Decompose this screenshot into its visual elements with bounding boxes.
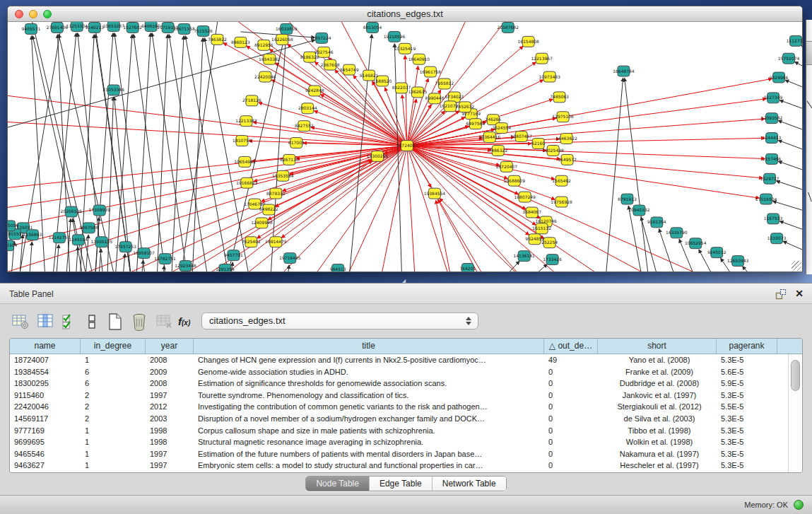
graph-node[interactable]: 817003 [288, 138, 305, 148]
tab-edge-table[interactable]: Edge Table [369, 477, 432, 491]
graph-node[interactable]: 15751074 [778, 53, 800, 64]
graph-node[interactable]: 20387682 [498, 22, 519, 33]
graph-node[interactable]: 9457791 [224, 250, 243, 261]
graph-node[interactable]: 994513 [330, 264, 346, 271]
graph-node[interactable]: 15720407 [496, 161, 518, 172]
graph-node[interactable]: 1649577 [558, 154, 577, 165]
table-scrollbar[interactable] [788, 354, 802, 472]
table-row[interactable]: 1830029562008Estimation of significance … [10, 378, 802, 390]
graph-node[interactable]: 9161354 [647, 217, 666, 228]
graph-node[interactable]: 7857224 [312, 33, 331, 43]
window-resize-grip[interactable] [792, 261, 801, 271]
graph-node[interactable]: 2803144 [298, 103, 317, 114]
graph-node[interactable]: 19716485 [279, 253, 301, 264]
graph-node[interactable]: 1112734 [787, 35, 802, 46]
graph-node[interactable]: 1733426 [543, 255, 562, 265]
column-header-in_degree[interactable]: in_degree [81, 339, 146, 354]
graph-node[interactable]: 8813054 [363, 22, 382, 33]
graph-node[interactable]: 16648784 [613, 66, 635, 76]
graph-node[interactable]: 6497568 [466, 119, 485, 129]
graph-node[interactable]: 10325419 [394, 43, 416, 54]
graph-node[interactable]: 10940332 [628, 205, 650, 216]
delete-table-button[interactable] [155, 313, 174, 331]
column-header-year[interactable]: year [146, 339, 194, 354]
graph-node[interactable]: 19384554 [424, 188, 446, 199]
scrollbar-thumb[interactable] [791, 360, 800, 391]
graph-node[interactable]: 12213967 [531, 53, 553, 64]
graph-node[interactable]: 9405571 [22, 23, 41, 34]
table-row[interactable]: 977716911998Corpus callosum shape and si… [10, 425, 802, 437]
graph-node[interactable]: 12093582 [761, 113, 783, 124]
table-row[interactable]: 911546021997Tourette syndrome. Phenomeno… [10, 390, 802, 402]
network-window[interactable]: citations_edges.txt 18724007183002951938… [7, 6, 803, 272]
graph-node[interactable]: 1810755 [233, 136, 252, 146]
graph-node[interactable]: 16154808 [517, 36, 539, 47]
graph-node[interactable]: 18640910 [408, 54, 430, 64]
table-row[interactable]: 1938455462009Genome-wide association stu… [10, 366, 802, 378]
graph-node[interactable]: 19756928 [551, 197, 572, 207]
tab-node-table[interactable]: Node Table [306, 477, 369, 491]
graph-node[interactable]: 2180304 [8, 240, 18, 251]
graph-node[interactable]: 8912955 [254, 40, 273, 50]
column-header-out_de[interactable]: △ out_de… [544, 339, 598, 354]
graph-node[interactable]: 16914479 [265, 237, 287, 247]
graph-node[interactable]: 764201 [459, 264, 476, 271]
show-columns-button[interactable] [37, 313, 55, 331]
graph-node[interactable]: 7625402 [242, 237, 261, 247]
graph-node[interactable]: 1167533 [764, 214, 783, 224]
graph-node[interactable]: 8267130 [280, 154, 299, 165]
function-builder-button[interactable]: f(x) [178, 313, 196, 331]
table-row[interactable]: 2242004622012Investigating the contribut… [10, 401, 802, 413]
graph-node[interactable]: 1362615 [408, 87, 428, 98]
graph-node[interactable]: 1565492 [552, 175, 571, 186]
graph-node[interactable]: 19166822 [236, 177, 258, 188]
graph-node[interactable]: 8791913 [618, 194, 637, 204]
graph-node[interactable]: 2367608 [321, 59, 340, 70]
graph-node[interactable]: 27691406 [47, 22, 69, 33]
graph-node[interactable]: 9140213 [85, 22, 104, 33]
delete-column-button[interactable] [130, 313, 148, 331]
network-window-titlebar[interactable]: citations_edges.txt [8, 6, 802, 22]
network-canvas[interactable]: 1872400718300295193845541032541918640910… [8, 22, 802, 271]
table-select-dropdown[interactable]: citations_edges.txt [201, 313, 478, 329]
graph-node[interactable]: 7515526 [194, 25, 213, 36]
graph-node[interactable]: 1527602 [123, 22, 142, 33]
graph-node[interactable]: 13505135 [91, 237, 113, 247]
graph-node[interactable]: 10652954 [685, 238, 707, 249]
graph-node[interactable]: 8860123 [231, 37, 250, 47]
background-window-sliver[interactable] [806, 20, 812, 274]
graph-node[interactable]: 1210073 [767, 233, 787, 244]
tab-network-table[interactable]: Network Table [432, 477, 506, 491]
create-column-button[interactable] [106, 313, 124, 331]
graph-node[interactable]: 16033809 [276, 23, 298, 34]
graph-node[interactable]: 252254 [541, 238, 558, 248]
graph-node[interactable]: 10653287 [103, 22, 125, 31]
graph-node[interactable]: 16961758 [420, 66, 442, 77]
graph-node[interactable]: 16335790 [666, 228, 688, 238]
table-row[interactable]: 1872400712008Changes of HCN gene express… [10, 354, 802, 366]
column-header-name[interactable]: name [10, 339, 81, 354]
graph-node[interactable]: 12142757 [49, 233, 71, 243]
graph-node[interactable]: 14136141 [513, 251, 535, 262]
graph-node[interactable]: 12975106 [552, 112, 574, 122]
table-row[interactable]: 946362711997Embryonic stem cells: a mode… [10, 460, 802, 472]
graph-node[interactable]: 10025438 [542, 146, 564, 156]
column-header-short[interactable]: short [598, 339, 717, 354]
table-row[interactable]: 969969511998Structural magnetic resonanc… [10, 436, 802, 448]
graph-node[interactable]: 1329717 [760, 173, 779, 184]
graph-node[interactable]: 9245012 [707, 247, 726, 258]
graph-node[interactable]: 17016504 [755, 194, 777, 204]
memory-ok-indicator[interactable] [794, 500, 804, 510]
graph-node[interactable]: 16958107 [133, 248, 155, 259]
graph-node[interactable]: 8878332 [266, 188, 286, 199]
table-mode-button[interactable] [11, 313, 30, 331]
row-height-button[interactable] [83, 313, 102, 331]
graph-node[interactable]: 12650943 [727, 256, 749, 267]
graph-node[interactable]: 1244413 [763, 133, 782, 144]
graph-node[interactable]: 19218596 [384, 31, 406, 42]
column-header-pagerank[interactable]: pagerank [717, 339, 777, 354]
column-header-title[interactable]: title [194, 339, 544, 354]
graph-node[interactable]: 1291354 [216, 264, 235, 271]
graph-node[interactable]: 10688609 [503, 175, 525, 186]
graph-node[interactable]: 10654985 [234, 156, 256, 167]
